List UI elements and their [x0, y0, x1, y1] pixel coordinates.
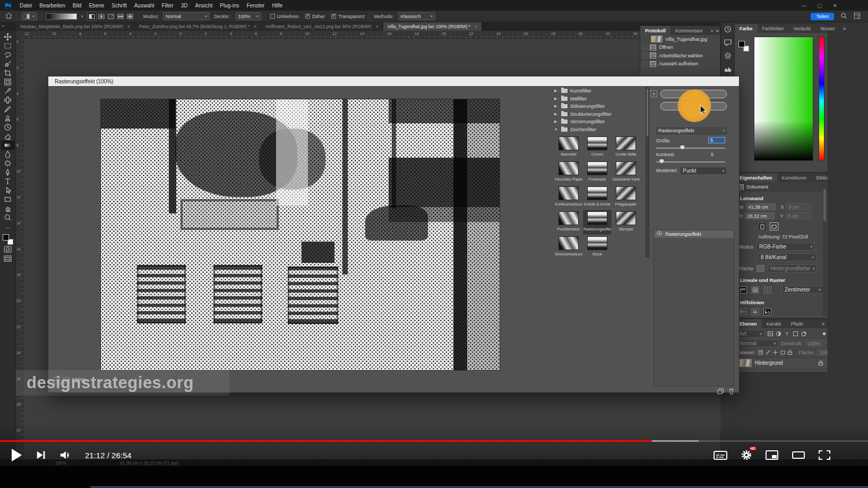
filter-thumbnail-cell[interactable]: Gerissene Kanten: [612, 160, 640, 185]
lock-guides-icon[interactable]: [763, 308, 771, 315]
ruler-toggle-icon[interactable]: [739, 286, 747, 294]
filter-list-scrollbar[interactable]: [646, 87, 649, 257]
filter-thumbnail[interactable]: [616, 161, 636, 175]
tab-close-icon[interactable]: ×: [475, 24, 477, 29]
quick-select-tool[interactable]: [1, 59, 15, 69]
history-brush-tool[interactable]: [1, 123, 15, 132]
fill-color-swatch[interactable]: [757, 265, 764, 272]
filter-thumbnail[interactable]: [558, 236, 579, 250]
minimize-icon[interactable]: —: [801, 3, 806, 8]
filter-thumbnail-cell[interactable]: Rasterungseffekt: [583, 210, 612, 235]
menu-item[interactable]: Ebene: [89, 3, 104, 8]
grid-toggle-icon[interactable]: [751, 286, 759, 294]
size-value-field[interactable]: 5: [708, 137, 725, 143]
workspace-icon[interactable]: [854, 12, 861, 20]
filter-thumbnail-cell[interactable]: Basrelief: [554, 135, 583, 160]
tab-close-icon[interactable]: ×: [254, 24, 256, 29]
filter-thumbnail[interactable]: [587, 236, 607, 250]
tab-farbe[interactable]: Farbe: [735, 24, 758, 33]
home-icon[interactable]: [5, 12, 12, 20]
settings-gear-icon[interactable]: HD: [741, 449, 752, 461]
filter-toggle-dot[interactable]: [823, 332, 826, 335]
clone-stamp-tool[interactable]: [1, 114, 15, 123]
document-tab[interactable]: Villa_Tugendhat.jpg bei 100% (RGB/8#) * …: [383, 22, 482, 31]
filter-category[interactable]: Zeichenfilter: [554, 126, 644, 134]
menu-item[interactable]: Plug-ins: [220, 3, 239, 8]
panel-menu-icon[interactable]: ≡: [819, 319, 828, 328]
dialog-title[interactable]: Rasterungseffekt (100%): [48, 76, 739, 86]
tab-verlaeufe[interactable]: Verläufe: [789, 24, 816, 33]
shape-tool[interactable]: [1, 195, 15, 204]
tab-protokoll[interactable]: Protokoll: [640, 26, 671, 35]
hue-slider[interactable]: [819, 37, 824, 161]
history-entry[interactable]: Auswahl aufheben: [640, 60, 720, 69]
chevron-icon[interactable]: [554, 97, 558, 101]
filter-thumbnail[interactable]: [616, 136, 636, 150]
bit-depth-dropdown[interactable]: 8 Bit/Kanal▾: [758, 253, 817, 261]
fullscreen-button[interactable]: [818, 450, 831, 460]
filter-preview[interactable]: [100, 99, 500, 371]
history-entry[interactable]: Öffnen: [640, 44, 720, 52]
filter-thumbnail-cell[interactable]: Fotokopie: [583, 160, 612, 185]
modus-dropdown[interactable]: Normal▾: [163, 12, 210, 20]
new-effect-layer-icon[interactable]: [717, 388, 724, 396]
theater-mode-button[interactable]: [792, 450, 805, 460]
guide-icon[interactable]: [739, 308, 747, 315]
menu-item[interactable]: Filter: [162, 3, 174, 8]
menu-item[interactable]: Bild: [73, 3, 82, 8]
history-source-checkbox[interactable]: [643, 54, 647, 58]
lock-pixels-icon[interactable]: [766, 349, 770, 355]
filter-thumbnail[interactable]: [558, 186, 579, 200]
tool-preset-dropdown[interactable]: ▾: [21, 12, 37, 20]
applied-effect-row[interactable]: Rasterungseffekt: [654, 230, 734, 238]
more-tools-icon[interactable]: …: [1, 222, 15, 231]
menu-item[interactable]: Fenster: [246, 3, 264, 8]
maximize-icon[interactable]: ▢: [817, 3, 822, 8]
layer-row[interactable]: Hintergrund: [735, 357, 828, 367]
tab-bibliotheken[interactable]: Bibliotheken: [812, 173, 828, 182]
contrast-value[interactable]: 5: [711, 152, 714, 157]
collapse-settings-icon[interactable]: «: [650, 90, 657, 97]
comments-panel-icon[interactable]: [724, 38, 732, 48]
option-checkbox[interactable]: Umkehren: [270, 14, 299, 19]
pattern-type-dropdown[interactable]: Punkt▾: [680, 167, 727, 175]
methode-dropdown[interactable]: Klassisch▾: [398, 12, 435, 20]
zoom-tool[interactable]: [1, 213, 15, 222]
next-button[interactable]: [29, 444, 53, 466]
filter-category[interactable]: Verzerrungsfilter: [554, 118, 644, 126]
filter-smartobject-icon[interactable]: [801, 331, 807, 337]
filter-thumbnail-cell[interactable]: Stuck: [583, 235, 612, 260]
filter-thumbnail-cell[interactable]: Stempel: [612, 210, 640, 235]
hand-tool[interactable]: [1, 204, 15, 213]
eyedropper-tool[interactable]: [1, 87, 15, 96]
filter-category[interactable]: Malfilter: [554, 95, 644, 103]
gradient-linear-icon[interactable]: [88, 12, 96, 20]
filter-thumbnail-cell[interactable]: Feuchtes Papier: [554, 160, 583, 185]
checkbox[interactable]: [331, 14, 336, 19]
lasso-tool[interactable]: [1, 50, 15, 59]
lock-position-icon[interactable]: [773, 349, 778, 355]
foreground-background-swatches[interactable]: [738, 41, 749, 52]
size-slider-thumb[interactable]: [680, 145, 685, 150]
menu-item[interactable]: 3D: [181, 3, 188, 8]
properties-scrollbar[interactable]: [823, 184, 827, 316]
chevron-icon[interactable]: [554, 112, 558, 116]
miniplayer-button[interactable]: [765, 450, 779, 460]
filter-thumbnail[interactable]: [587, 136, 607, 150]
menu-item[interactable]: Bearbeiten: [39, 3, 65, 8]
marquee-tool[interactable]: [1, 41, 15, 50]
landscape-orientation-button[interactable]: [770, 222, 778, 230]
filter-thumbnail-cell[interactable]: Strichumsetzung: [554, 235, 583, 260]
filter-thumbnail-cell[interactable]: Kreide & Kohle: [583, 185, 612, 210]
eye-icon[interactable]: [656, 231, 663, 237]
tab-close-icon[interactable]: ×: [127, 24, 130, 29]
gradient-diamond-icon[interactable]: [126, 12, 134, 20]
checkbox[interactable]: [305, 14, 310, 19]
tab-kanaele[interactable]: Kanäle: [762, 319, 786, 328]
menu-item[interactable]: Ansicht: [195, 3, 213, 8]
filter-thumbnail-cell[interactable]: Punktierstich: [554, 210, 583, 235]
layer-filter-dropdown[interactable]: Art▾: [737, 330, 764, 338]
lock-transparency-icon[interactable]: [758, 349, 763, 355]
crop-tool[interactable]: [1, 69, 15, 78]
filter-thumbnail[interactable]: [587, 186, 607, 200]
